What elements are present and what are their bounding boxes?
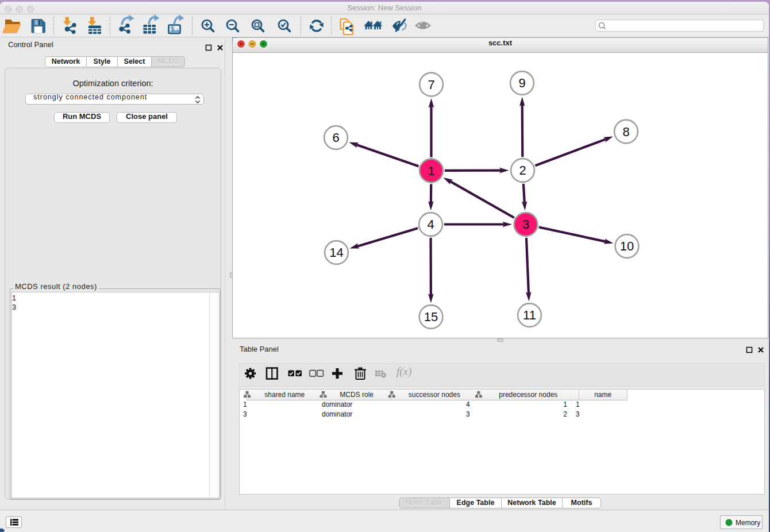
svg-text:2: 2 [519, 163, 526, 178]
svg-text:6: 6 [332, 130, 339, 145]
svg-text:8: 8 [622, 125, 629, 139]
svg-text:1: 1 [428, 164, 434, 178]
svg-text:15: 15 [424, 310, 438, 324]
svg-text:4: 4 [427, 217, 434, 232]
svg-text:3: 3 [522, 217, 529, 232]
svg-text:14: 14 [329, 245, 343, 260]
svg-text:9: 9 [518, 76, 525, 90]
svg-text:10: 10 [620, 239, 634, 253]
svg-text:11: 11 [523, 308, 536, 322]
svg-text:7: 7 [428, 78, 434, 92]
